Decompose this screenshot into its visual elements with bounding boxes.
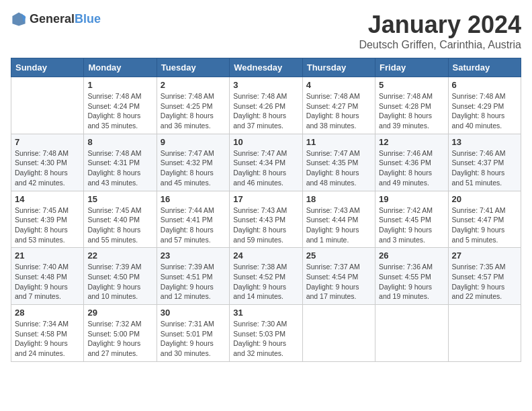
day-number: 24: [233, 250, 298, 261]
day-info: Sunrise: 7:43 AMSunset: 4:44 PMDaylight:…: [306, 205, 371, 245]
weekday-header-sunday: Sunday: [11, 58, 84, 77]
calendar-cell: 24Sunrise: 7:38 AMSunset: 4:52 PMDayligh…: [230, 248, 302, 305]
calendar-cell: 7Sunrise: 7:48 AMSunset: 4:30 PMDaylight…: [11, 134, 84, 191]
day-info: Sunrise: 7:34 AMSunset: 4:58 PMDaylight:…: [15, 319, 80, 359]
day-info: Sunrise: 7:46 AMSunset: 4:36 PMDaylight:…: [379, 148, 444, 188]
week-row-3: 14Sunrise: 7:45 AMSunset: 4:39 PMDayligh…: [11, 191, 521, 248]
day-number: 18: [306, 194, 371, 204]
title-area: January 2024 Deutsch Griffen, Carinthia,…: [359, 11, 521, 51]
calendar-cell: 10Sunrise: 7:47 AMSunset: 4:34 PMDayligh…: [230, 134, 302, 191]
day-number: 12: [379, 137, 444, 147]
weekday-header-monday: Monday: [84, 58, 157, 77]
day-info: Sunrise: 7:44 AMSunset: 4:41 PMDaylight:…: [161, 205, 226, 245]
calendar-cell: 26Sunrise: 7:36 AMSunset: 4:55 PMDayligh…: [375, 248, 448, 305]
day-info: Sunrise: 7:38 AMSunset: 4:52 PMDaylight:…: [233, 262, 298, 302]
day-number: 22: [87, 250, 152, 261]
calendar-cell: 30Sunrise: 7:31 AMSunset: 5:01 PMDayligh…: [157, 305, 229, 362]
day-info: Sunrise: 7:47 AMSunset: 4:34 PMDaylight:…: [233, 148, 298, 188]
calendar-cell: 14Sunrise: 7:45 AMSunset: 4:39 PMDayligh…: [11, 191, 84, 248]
day-number: 21: [15, 250, 80, 261]
day-number: 8: [87, 137, 152, 147]
day-info: Sunrise: 7:48 AMSunset: 4:28 PMDaylight:…: [379, 91, 444, 131]
week-row-5: 28Sunrise: 7:34 AMSunset: 4:58 PMDayligh…: [11, 305, 521, 362]
day-info: Sunrise: 7:47 AMSunset: 4:35 PMDaylight:…: [306, 148, 371, 188]
weekday-header-row: SundayMondayTuesdayWednesdayThursdayFrid…: [11, 58, 521, 77]
week-row-1: 1Sunrise: 7:48 AMSunset: 4:24 PMDaylight…: [11, 77, 521, 134]
day-info: Sunrise: 7:35 AMSunset: 4:57 PMDaylight:…: [452, 262, 517, 302]
calendar-cell: 11Sunrise: 7:47 AMSunset: 4:35 PMDayligh…: [302, 134, 375, 191]
calendar-cell: 12Sunrise: 7:46 AMSunset: 4:36 PMDayligh…: [375, 134, 448, 191]
day-number: 2: [161, 80, 226, 90]
day-info: Sunrise: 7:36 AMSunset: 4:55 PMDaylight:…: [379, 262, 444, 302]
day-info: Sunrise: 7:46 AMSunset: 4:37 PMDaylight:…: [452, 148, 517, 188]
calendar-cell: 28Sunrise: 7:34 AMSunset: 4:58 PMDayligh…: [11, 305, 84, 362]
day-info: Sunrise: 7:48 AMSunset: 4:29 PMDaylight:…: [452, 91, 517, 131]
day-number: 17: [233, 194, 298, 204]
logo-text-blue: Blue: [75, 12, 101, 26]
day-info: Sunrise: 7:39 AMSunset: 4:50 PMDaylight:…: [87, 262, 152, 302]
calendar-cell: 1Sunrise: 7:48 AMSunset: 4:24 PMDaylight…: [84, 77, 157, 134]
day-info: Sunrise: 7:43 AMSunset: 4:43 PMDaylight:…: [233, 205, 298, 245]
day-number: 27: [452, 250, 517, 261]
day-info: Sunrise: 7:45 AMSunset: 4:39 PMDaylight:…: [15, 205, 80, 245]
day-info: Sunrise: 7:32 AMSunset: 5:00 PMDaylight:…: [87, 319, 152, 359]
day-number: 6: [452, 80, 517, 90]
calendar-cell: 31Sunrise: 7:30 AMSunset: 5:03 PMDayligh…: [230, 305, 302, 362]
day-number: 7: [15, 137, 80, 147]
logo-icon: [11, 11, 27, 27]
day-number: 23: [161, 250, 226, 261]
calendar-cell: [11, 77, 84, 134]
calendar-table: SundayMondayTuesdayWednesdayThursdayFrid…: [11, 58, 521, 362]
calendar-cell: 3Sunrise: 7:48 AMSunset: 4:26 PMDaylight…: [230, 77, 302, 134]
day-info: Sunrise: 7:30 AMSunset: 5:03 PMDaylight:…: [233, 319, 298, 359]
weekday-header-tuesday: Tuesday: [157, 58, 229, 77]
day-number: 13: [452, 137, 517, 147]
day-info: Sunrise: 7:40 AMSunset: 4:48 PMDaylight:…: [15, 262, 80, 302]
calendar-cell: 8Sunrise: 7:48 AMSunset: 4:31 PMDaylight…: [84, 134, 157, 191]
weekday-header-wednesday: Wednesday: [230, 58, 302, 77]
calendar-cell: 4Sunrise: 7:48 AMSunset: 4:27 PMDaylight…: [302, 77, 375, 134]
calendar-cell: [448, 305, 521, 362]
calendar-cell: 20Sunrise: 7:41 AMSunset: 4:47 PMDayligh…: [448, 191, 521, 248]
day-number: 30: [161, 308, 226, 318]
calendar-cell: 13Sunrise: 7:46 AMSunset: 4:37 PMDayligh…: [448, 134, 521, 191]
day-number: 1: [87, 80, 152, 90]
day-number: 10: [233, 137, 298, 147]
logo: General Blue: [11, 11, 101, 27]
calendar-cell: 22Sunrise: 7:39 AMSunset: 4:50 PMDayligh…: [84, 248, 157, 305]
page-header: General Blue January 2024 Deutsch Griffe…: [11, 11, 521, 51]
day-info: Sunrise: 7:31 AMSunset: 5:01 PMDaylight:…: [161, 319, 226, 359]
calendar-cell: 23Sunrise: 7:39 AMSunset: 4:51 PMDayligh…: [157, 248, 229, 305]
location-title: Deutsch Griffen, Carinthia, Austria: [359, 39, 521, 51]
day-info: Sunrise: 7:48 AMSunset: 4:27 PMDaylight:…: [306, 91, 371, 131]
day-number: 9: [161, 137, 226, 147]
weekday-header-thursday: Thursday: [302, 58, 375, 77]
day-number: 3: [233, 80, 298, 90]
day-number: 14: [15, 194, 80, 204]
day-number: 4: [306, 80, 371, 90]
day-info: Sunrise: 7:41 AMSunset: 4:47 PMDaylight:…: [452, 205, 517, 245]
logo-text-general: General: [30, 12, 75, 26]
day-info: Sunrise: 7:37 AMSunset: 4:54 PMDaylight:…: [306, 262, 371, 302]
calendar-cell: 19Sunrise: 7:42 AMSunset: 4:45 PMDayligh…: [375, 191, 448, 248]
day-number: 11: [306, 137, 371, 147]
day-info: Sunrise: 7:47 AMSunset: 4:32 PMDaylight:…: [161, 148, 226, 188]
day-info: Sunrise: 7:48 AMSunset: 4:25 PMDaylight:…: [161, 91, 226, 131]
day-number: 28: [15, 308, 80, 318]
calendar-cell: 15Sunrise: 7:45 AMSunset: 4:40 PMDayligh…: [84, 191, 157, 248]
calendar-cell: [375, 305, 448, 362]
day-number: 15: [87, 194, 152, 204]
day-number: 19: [379, 194, 444, 204]
week-row-4: 21Sunrise: 7:40 AMSunset: 4:48 PMDayligh…: [11, 248, 521, 305]
day-number: 5: [379, 80, 444, 90]
day-number: 31: [233, 308, 298, 318]
calendar-cell: 16Sunrise: 7:44 AMSunset: 4:41 PMDayligh…: [157, 191, 229, 248]
day-number: 26: [379, 250, 444, 261]
calendar-cell: [302, 305, 375, 362]
day-info: Sunrise: 7:42 AMSunset: 4:45 PMDaylight:…: [379, 205, 444, 245]
week-row-2: 7Sunrise: 7:48 AMSunset: 4:30 PMDaylight…: [11, 134, 521, 191]
weekday-header-saturday: Saturday: [448, 58, 521, 77]
month-title: January 2024: [359, 11, 521, 39]
day-number: 16: [161, 194, 226, 204]
calendar-cell: 9Sunrise: 7:47 AMSunset: 4:32 PMDaylight…: [157, 134, 229, 191]
